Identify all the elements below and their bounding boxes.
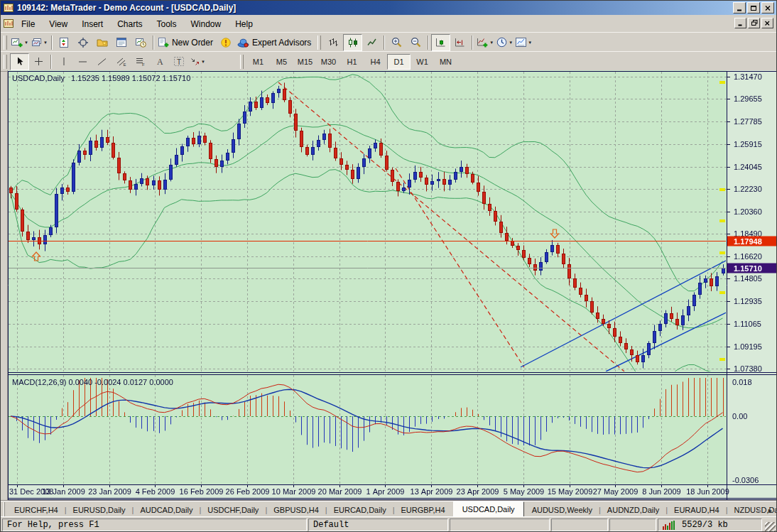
timeframe-d1-button[interactable]: D1 bbox=[387, 54, 411, 70]
price-chart-canvas[interactable] bbox=[8, 70, 777, 500]
tab-scroll-left-icon[interactable]: ◄ bbox=[755, 507, 761, 514]
new-chart-dropdown-icon[interactable]: ▼ bbox=[24, 40, 28, 45]
tab-gbpusd-h4[interactable]: GBPUSD,H4 bbox=[267, 503, 325, 517]
title-bar[interactable]: 109142: MetaTrader - Demo Account - [USD… bbox=[1, 1, 776, 15]
child-minimize-button[interactable] bbox=[734, 18, 746, 28]
tab-eurchf-h4[interactable]: EURCHF,H4 bbox=[8, 503, 65, 517]
crosshair-button[interactable] bbox=[29, 53, 48, 70]
navigator-button[interactable] bbox=[93, 34, 112, 51]
hline-button[interactable] bbox=[73, 53, 92, 70]
toolbar-grip[interactable] bbox=[4, 36, 7, 50]
market-watch-button[interactable] bbox=[55, 34, 74, 51]
chart-line-button[interactable] bbox=[362, 34, 381, 51]
tab-euraud-h4[interactable]: EURAUD,H4 bbox=[668, 503, 726, 517]
new-chart-button[interactable]: ▼ bbox=[10, 34, 30, 51]
arrows-tool-dropdown-icon[interactable]: ▼ bbox=[201, 60, 205, 64]
chart-bars-icon bbox=[329, 38, 338, 48]
maximize-button[interactable] bbox=[747, 2, 760, 13]
tab-audusd-weekly[interactable]: AUDUSD,Weekly bbox=[526, 503, 599, 517]
arrows-tool-button[interactable]: ▼ bbox=[188, 53, 207, 70]
vline-button[interactable] bbox=[54, 53, 73, 70]
chart-line-icon bbox=[367, 38, 377, 47]
menu-window[interactable]: Window bbox=[184, 17, 229, 31]
chart-candles-button[interactable] bbox=[343, 34, 362, 51]
resize-grip[interactable] bbox=[765, 522, 776, 532]
alert-button[interactable] bbox=[217, 34, 236, 51]
svg-text:F: F bbox=[142, 63, 145, 67]
hline-icon bbox=[78, 58, 87, 66]
chart-bars-button[interactable] bbox=[324, 34, 343, 51]
timeframe-m15-button[interactable]: M15 bbox=[293, 54, 317, 70]
timeframe-m30-button[interactable]: M30 bbox=[317, 54, 340, 70]
tab-audcad-daily[interactable]: AUDCAD,Daily bbox=[134, 503, 199, 517]
tab-audnzd-daily[interactable]: AUDNZD,Daily bbox=[601, 503, 665, 517]
indicators-icon bbox=[477, 38, 488, 48]
text-tool-button[interactable]: A bbox=[150, 53, 169, 70]
toolbar-grip[interactable] bbox=[317, 36, 321, 50]
expert-advisors-button[interactable]: Expert Advisors bbox=[236, 34, 315, 51]
toolbar-grip[interactable] bbox=[4, 502, 5, 516]
menu-insert[interactable]: Insert bbox=[75, 17, 110, 31]
zoom-in-button[interactable] bbox=[387, 34, 406, 51]
timeframe-mn-button[interactable]: MN bbox=[434, 54, 457, 70]
profiles-icon bbox=[31, 38, 42, 48]
toolbar-separator bbox=[153, 36, 154, 50]
arrows-tool-icon bbox=[190, 58, 200, 66]
status-profile[interactable]: Default bbox=[308, 519, 448, 531]
toolbar-grip[interactable] bbox=[4, 55, 7, 69]
timeframe-m1-button[interactable]: M1 bbox=[246, 54, 270, 70]
close-button[interactable] bbox=[761, 2, 774, 13]
timeframe-m5-button[interactable]: M5 bbox=[270, 54, 293, 70]
channel-button[interactable]: E bbox=[112, 53, 131, 70]
indicators-dropdown-icon[interactable]: ▼ bbox=[489, 40, 494, 45]
toolbar-separator bbox=[50, 55, 52, 69]
tab-scroll-right-icon[interactable]: ► bbox=[767, 507, 773, 514]
trendline-icon bbox=[97, 58, 107, 66]
terminal-button[interactable] bbox=[112, 34, 131, 51]
toolbar-grip[interactable] bbox=[240, 55, 244, 69]
data-window-button[interactable] bbox=[74, 34, 93, 51]
toolbar-separator bbox=[51, 36, 53, 50]
profiles-button[interactable]: ▼ bbox=[30, 34, 49, 51]
zoom-out-button[interactable] bbox=[406, 34, 425, 51]
child-restore-button[interactable] bbox=[748, 18, 760, 28]
child-close-button[interactable] bbox=[761, 18, 773, 28]
trendline-button[interactable] bbox=[92, 53, 112, 70]
menu-tools[interactable]: Tools bbox=[150, 17, 184, 31]
indicators-button[interactable]: ▼ bbox=[475, 34, 495, 51]
profiles-dropdown-icon[interactable]: ▼ bbox=[43, 40, 48, 45]
data-window-icon bbox=[78, 38, 88, 48]
periods-dropdown-icon[interactable]: ▼ bbox=[509, 40, 513, 45]
tab-eurcad-daily[interactable]: EURCAD,Daily bbox=[327, 503, 393, 517]
templates-button[interactable]: ▼ bbox=[514, 34, 533, 51]
autoscroll-button[interactable] bbox=[431, 34, 450, 51]
new-chart-icon bbox=[11, 38, 23, 48]
new-order-button[interactable]: New Order bbox=[156, 34, 217, 51]
timeframe-h4-button[interactable]: H4 bbox=[364, 54, 387, 70]
minimize-button[interactable] bbox=[733, 2, 746, 13]
metatrader-window: 109142: MetaTrader - Demo Account - [USD… bbox=[0, 0, 777, 532]
tab-usdcad-daily[interactable]: USDCAD,Daily bbox=[453, 501, 524, 517]
templates-dropdown-icon[interactable]: ▼ bbox=[528, 40, 532, 45]
svg-text:E: E bbox=[123, 63, 126, 67]
tab-usdchf-daily[interactable]: USDCHF,Daily bbox=[201, 503, 265, 517]
timeframe-w1-button[interactable]: W1 bbox=[411, 54, 434, 70]
terminal-icon bbox=[116, 38, 126, 47]
label-tool-button[interactable]: T bbox=[169, 53, 188, 70]
menu-help[interactable]: Help bbox=[228, 17, 260, 31]
menu-file[interactable]: File bbox=[14, 17, 42, 31]
tab-eurusd-daily[interactable]: EURUSD,Daily bbox=[67, 503, 132, 517]
timeframe-h1-button[interactable]: H1 bbox=[340, 54, 364, 70]
menu-view[interactable]: View bbox=[42, 17, 75, 31]
menu-charts[interactable]: Charts bbox=[110, 17, 149, 31]
channel-icon: E bbox=[116, 57, 126, 66]
new-order-label: New Order bbox=[172, 38, 213, 48]
periods-button[interactable]: ▼ bbox=[495, 34, 514, 51]
chart-shift-button[interactable] bbox=[450, 34, 469, 51]
toolbar-separator bbox=[472, 36, 473, 50]
tab-eurgbp-h4[interactable]: EURGBP,H4 bbox=[395, 503, 452, 517]
tester-button[interactable] bbox=[131, 34, 151, 51]
chart-candles-icon bbox=[348, 38, 358, 48]
cursor-button[interactable] bbox=[10, 53, 29, 70]
fibo-button[interactable]: F bbox=[131, 53, 150, 70]
